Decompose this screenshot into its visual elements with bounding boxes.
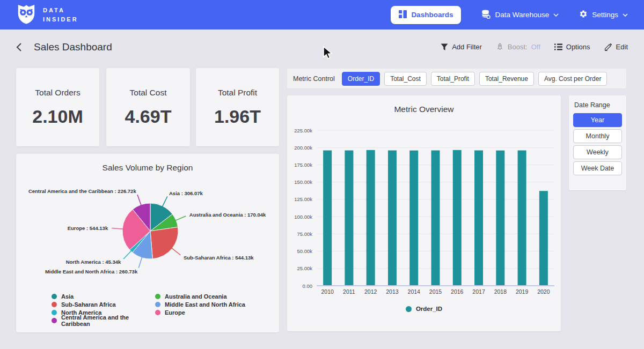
x-tick-label: 2015 [429, 288, 442, 295]
bar-2014[interactable] [409, 151, 418, 286]
back-button[interactable] [16, 42, 22, 52]
kpi-value: 2.10M [32, 106, 83, 127]
metric-option-group: Order_IDTotal_CostTotal_ProfitTotal_Reve… [342, 72, 608, 86]
database-icon [481, 10, 491, 20]
legend-label: Order_ID [416, 306, 442, 312]
metric-option-avg-cost-per-order[interactable]: Avg. Cost per Order [538, 72, 608, 86]
bar-2010[interactable] [323, 151, 332, 286]
y-tick-label: 125.00k [294, 196, 312, 202]
navbar-menu: Dashboards Data Warehouse [391, 6, 628, 24]
legend-label: Central America and the Caribbean [61, 314, 155, 327]
sales-dashboard-page: DATA INSIDER Dashboards [0, 0, 644, 349]
rocket-icon [496, 43, 504, 51]
middle-east-and-north-africa-leader-line [138, 257, 142, 268]
bar-2011[interactable] [345, 151, 353, 286]
bar-2019[interactable] [518, 151, 526, 286]
australia-and-oceania-label: Australia and Oceania : 170.04k [189, 212, 266, 218]
nav-settings-menu[interactable]: Settings [579, 10, 628, 20]
legend-dot [155, 302, 160, 307]
central-america-and-the-caribbean-leader-line [137, 195, 141, 206]
boost-toggle[interactable]: Boost: Off [496, 43, 540, 51]
metric-option-total-cost[interactable]: Total_Cost [384, 72, 427, 86]
x-tick-label: 2020 [537, 288, 550, 295]
sub-saharan-africa-label: Sub-Saharan Africa : 544.13k [184, 255, 254, 261]
legend-dot [52, 294, 57, 299]
chart-title: Metric Overview [287, 95, 561, 114]
metric-option-total-revenue[interactable]: Total_Revenue [479, 72, 534, 86]
metric-control-label: Metric Control [293, 75, 335, 83]
legend-item-central-america-and-the-caribbean[interactable]: Central America and the Caribbean [52, 316, 155, 324]
pie-slice-sub-saharan-africa[interactable] [150, 227, 178, 259]
x-tick-label: 2016 [451, 288, 464, 295]
date-range-option-week-date[interactable]: Week Date [573, 161, 622, 175]
y-tick-label: 50.00k [297, 248, 312, 254]
edit-button[interactable]: Edit [604, 43, 628, 51]
kpi-label: Total Profit [218, 88, 257, 98]
europe-label: Europe : 544.13k [68, 225, 108, 231]
x-tick-label: 2017 [472, 288, 485, 295]
legend-item-sub-saharan-africa[interactable]: Sub-Saharan Africa [52, 300, 155, 308]
legend-item-middle-east-and-north-africa[interactable]: Middle East and North Africa [155, 300, 259, 308]
asia-label: Asia : 306.07k [169, 190, 203, 196]
metric-control-bar: Metric Control Order_IDTotal_CostTotal_P… [287, 69, 626, 88]
options-button[interactable]: Options [554, 43, 590, 51]
nav-dashboards-label: Dashboards [411, 11, 453, 19]
legend-dot [52, 310, 57, 315]
kpi-label: Total Cost [130, 88, 167, 98]
nav-data-warehouse-label: Data Warehouse [495, 11, 549, 19]
north-america-label: North America : 45.34k [66, 259, 121, 265]
x-tick-label: 2010 [321, 288, 334, 295]
y-tick-label: 225.00k [294, 128, 312, 133]
nav-settings-label: Settings [592, 11, 618, 19]
bar-chart-legend: Order_ID [287, 306, 561, 312]
date-range-option-monthly[interactable]: Monthly [573, 129, 622, 143]
bar-2016[interactable] [453, 150, 462, 286]
nav-dashboards-button[interactable]: Dashboards [391, 6, 461, 24]
chevron-down-icon [623, 13, 628, 17]
sub-saharan-africa-leader-line [171, 248, 180, 255]
bar-2012[interactable] [367, 150, 375, 286]
legend-item-australia-and-oceania[interactable]: Australia and Oceania [155, 292, 259, 300]
y-tick-label: 75.00k [297, 231, 312, 237]
legend-label: Australia and Oceania [165, 293, 227, 300]
asia-leader-line [162, 196, 167, 207]
kpi-label: Total Orders [35, 88, 80, 98]
legend-label: Europe [165, 309, 185, 316]
brand[interactable]: DATA INSIDER [16, 3, 78, 27]
date-range-option-weekly[interactable]: Weekly [573, 145, 622, 159]
legend-dot [406, 306, 412, 312]
bar-2020[interactable] [539, 191, 548, 286]
date-range-label: Date Range [574, 101, 622, 109]
dashboard-grid-icon [399, 10, 407, 20]
metric-option-total-profit[interactable]: Total_Profit [431, 72, 475, 86]
bar-2015[interactable] [431, 151, 440, 286]
legend-dot [155, 310, 160, 315]
nav-data-warehouse-menu[interactable]: Data Warehouse [481, 10, 559, 20]
pie-chart: Asia : 306.07kAustralia and Oceania : 17… [16, 175, 279, 291]
north-america-leader-line [123, 250, 131, 259]
add-filter-button[interactable]: Add Filter [441, 43, 482, 51]
legend-label: Middle East and North Africa [165, 301, 245, 308]
metric-option-order-id[interactable]: Order_ID [342, 72, 380, 86]
dashboard-header: Sales Dashboard Add Filter Boost: Off [0, 29, 644, 64]
y-tick-label: 25.00k [297, 265, 312, 271]
date-range-option-year[interactable]: Year [573, 113, 622, 127]
kpi-value: 1.96T [214, 106, 261, 127]
x-tick-label: 2012 [364, 288, 377, 295]
owl-logo-icon [16, 3, 36, 27]
metric-overview-panel: Metric Overview 225.00k200.00k175.00k150… [287, 95, 561, 331]
chart-title: Sales Volume by Region [16, 154, 279, 173]
x-tick-label: 2011 [343, 288, 355, 295]
legend-item-asia[interactable]: Asia [52, 292, 155, 300]
legend-dot [52, 318, 57, 323]
pencil-icon [604, 43, 612, 51]
list-icon [554, 43, 562, 50]
australia-and-oceania-leader-line [175, 216, 186, 221]
europe-leader-line [112, 228, 123, 229]
middle-east-and-north-africa-label: Middle East and North Africa : 260.73k [45, 269, 138, 274]
brand-text: DATA INSIDER [43, 6, 78, 24]
legend-item-europe[interactable]: Europe [155, 308, 259, 316]
bar-2013[interactable] [388, 151, 397, 286]
bar-2018[interactable] [496, 151, 504, 286]
bar-2017[interactable] [474, 151, 483, 286]
